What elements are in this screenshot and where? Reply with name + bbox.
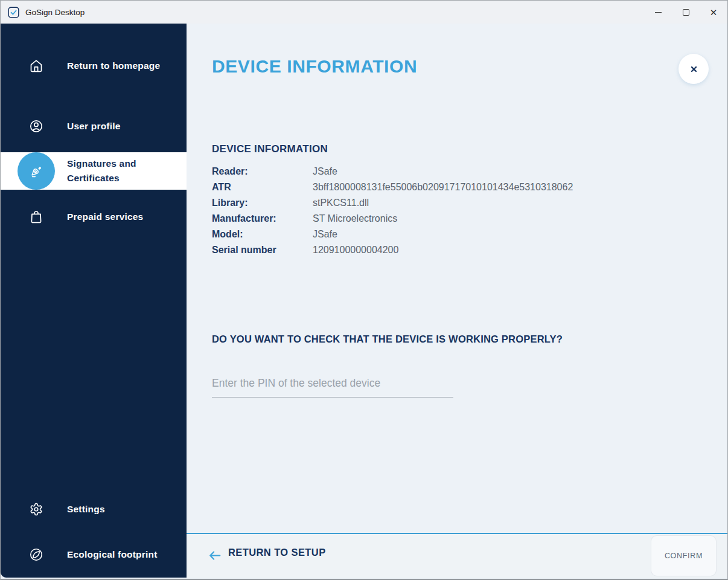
footer-bar: RETURN TO SETUP CONFIRM	[187, 533, 727, 578]
sidebar-item-prepaid-services[interactable]: Prepaid services	[1, 198, 187, 236]
row-value: 1209100000004200	[313, 245, 398, 256]
close-icon	[689, 64, 699, 74]
row-label: ATR	[212, 182, 313, 193]
row-label: Reader:	[212, 166, 313, 177]
sidebar-item-label: Ecological footprint	[67, 547, 174, 562]
shopping-bag-icon	[29, 210, 43, 224]
table-row-library: Library: stPKCS11.dll	[212, 195, 634, 211]
sidebar-item-settings[interactable]: Settings	[1, 491, 187, 528]
main-content: DEVICE INFORMATION DEVICE INFORMATION Re…	[187, 24, 727, 578]
minimize-icon	[655, 12, 662, 13]
user-circle-icon	[29, 119, 43, 134]
return-to-setup-button[interactable]: RETURN TO SETUP	[208, 545, 326, 561]
sidebar-item-label: Return to homepage	[67, 59, 174, 73]
row-label: Library:	[212, 198, 313, 208]
table-row-manufacturer: Manufacturer: ST Microelectronics	[212, 211, 634, 227]
device-info-heading: DEVICE INFORMATION	[212, 143, 328, 155]
sidebar-item-return-homepage[interactable]: Return to homepage	[1, 47, 187, 85]
row-value: ST Microelectronics	[313, 213, 397, 224]
maximize-icon	[683, 9, 689, 16]
device-check-question: DO YOU WANT TO CHECK THAT THE DEVICE IS …	[212, 334, 563, 345]
title-bar: GoSign Desktop ✕	[1, 1, 727, 24]
sidebar-item-signatures-certificates[interactable]: Signatures and Certificates	[1, 152, 187, 190]
close-window-button[interactable]: ✕	[700, 1, 727, 24]
confirm-button[interactable]: CONFIRM	[651, 536, 716, 576]
window-title: GoSign Desktop	[25, 8, 85, 17]
row-label: Manufacturer:	[212, 213, 313, 224]
table-row-reader: Reader: JSafe	[212, 164, 634, 179]
close-window-icon: ✕	[710, 8, 718, 17]
sidebar-item-label: Prepaid services	[67, 210, 174, 224]
minimize-button[interactable]	[644, 1, 672, 24]
close-panel-button[interactable]	[679, 54, 709, 84]
leaf-icon	[29, 547, 43, 562]
row-label: Model:	[212, 229, 313, 240]
row-label: Serial number	[212, 245, 313, 256]
row-value: 3bff1800008131fe55006b02091717010101434e…	[313, 182, 573, 193]
row-value: stPKCS11.dll	[313, 198, 369, 208]
sidebar-item-label: User profile	[67, 119, 174, 134]
sidebar-item-user-profile[interactable]: User profile	[1, 108, 187, 145]
row-value: JSafe	[313, 166, 337, 177]
pin-input[interactable]	[212, 372, 453, 398]
return-to-setup-label: RETURN TO SETUP	[228, 547, 326, 558]
table-row-atr: ATR 3bff1800008131fe55006b02091717010101…	[212, 179, 634, 195]
window-controls: ✕	[644, 1, 727, 24]
gosign-logo-icon	[7, 6, 20, 19]
arrow-left-icon	[208, 550, 222, 561]
app-window: GoSign Desktop ✕ Return to homepage	[0, 0, 728, 580]
page-title: DEVICE INFORMATION	[212, 56, 417, 77]
sidebar-item-label: Settings	[67, 502, 174, 517]
pen-nib-icon	[29, 164, 43, 178]
device-info-table: Reader: JSafe ATR 3bff1800008131fe55006b…	[212, 164, 634, 258]
table-row-model: Model: JSafe	[212, 227, 634, 242]
row-value: JSafe	[313, 229, 337, 240]
home-icon	[29, 59, 43, 73]
maximize-button[interactable]	[672, 1, 700, 24]
table-row-serial-number: Serial number 1209100000004200	[212, 242, 634, 258]
gear-icon	[29, 502, 43, 517]
sidebar-item-label: Signatures and Certificates	[67, 156, 174, 185]
sidebar: Return to homepage User profile	[1, 24, 187, 578]
sidebar-item-ecological-footprint[interactable]: Ecological footprint	[1, 536, 187, 573]
